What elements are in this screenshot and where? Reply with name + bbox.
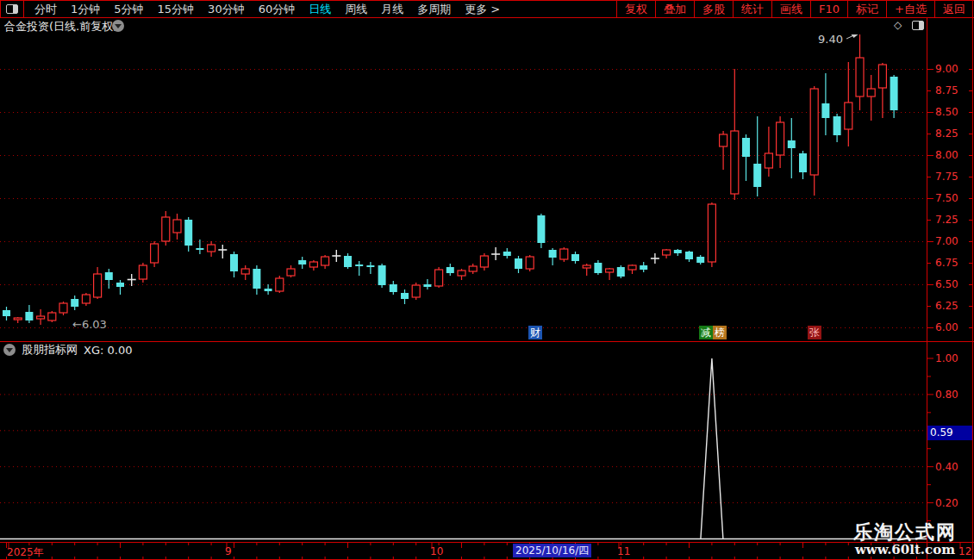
candle-down — [594, 260, 602, 275]
high-annotation-arrowhead — [852, 34, 858, 38]
time-axis-label: 11 — [617, 545, 630, 557]
price-axis-label: 8.75 — [935, 84, 958, 96]
price-axis-label: 6.00 — [935, 321, 958, 333]
candle-up — [856, 34, 864, 110]
candle-down — [537, 214, 545, 248]
period-tab-8[interactable]: 月线 — [374, 1, 410, 17]
indicator-value: XG: 0.00 — [84, 344, 132, 357]
candle-down — [265, 284, 272, 295]
price-axis-label: 7.00 — [935, 235, 958, 247]
event-badge-3[interactable]: 张 — [808, 326, 821, 339]
candle-up — [663, 249, 671, 258]
price-axis-label: 6.25 — [935, 300, 958, 312]
candle-down — [390, 281, 397, 295]
candle-down — [105, 269, 113, 289]
toolbar-button-8[interactable]: 返回 — [934, 1, 973, 17]
price-axis-label: 8.50 — [935, 106, 958, 118]
period-tab-6[interactable]: 日线 — [302, 1, 338, 17]
period-tab-9[interactable]: 多周期 — [410, 1, 458, 17]
candle-up — [412, 283, 420, 300]
event-badge-1[interactable]: 减 — [699, 326, 713, 339]
toolbar-button-1[interactable]: 叠加 — [655, 1, 694, 17]
top-toolbar: 分时1分钟5分钟15分钟30分钟60分钟日线周线月线多周期更多 > 复权叠加多股… — [0, 0, 974, 18]
panel-divider-line — [0, 341, 974, 342]
candle-down — [834, 114, 841, 142]
toolbar-button-0[interactable]: 复权 — [616, 1, 655, 17]
indicator-axis-label: 1.00 — [935, 352, 958, 364]
low-price-annotation: ←6.03 — [72, 318, 107, 331]
watermark-site-url: www.60lt.com — [853, 543, 957, 557]
period-tab-0[interactable]: 分时 — [28, 1, 64, 17]
signal-spike — [701, 358, 723, 539]
period-tab-4[interactable]: 30分钟 — [201, 1, 252, 17]
stock-title: 合金投资(日线.前复权) — [4, 19, 117, 34]
indicator-collapse-icon[interactable] — [3, 344, 16, 356]
candle-up — [469, 264, 477, 274]
period-tab-1[interactable]: 1分钟 — [64, 1, 107, 17]
time-axis-label: 10 — [430, 545, 443, 557]
candle-up — [560, 247, 568, 262]
period-tab-7[interactable]: 周线 — [338, 1, 374, 17]
candle-down — [821, 73, 829, 135]
chart-titlebar: 合金投资(日线.前复权) ◇ — [0, 19, 974, 33]
toolbar-button-6[interactable]: 标记 — [847, 1, 886, 17]
period-toolbar: 分时1分钟5分钟15分钟30分钟60分钟日线周线月线多周期更多 > — [0, 1, 507, 17]
candle-down — [696, 255, 704, 264]
candle-up — [139, 263, 147, 283]
candle-up — [480, 253, 488, 271]
period-tab-5[interactable]: 60分钟 — [252, 1, 303, 17]
layout-toggle-icon[interactable] — [912, 21, 924, 30]
candle-up — [287, 265, 295, 277]
toolbar-button-4[interactable]: 画线 — [771, 1, 810, 17]
period-tab-10[interactable]: 更多 > — [458, 1, 507, 17]
candle-doji — [491, 247, 500, 260]
candle-doji — [332, 250, 340, 262]
diamond-marker-icon[interactable]: ◇ — [894, 19, 902, 31]
toolbar-button-3[interactable]: 统计 — [733, 1, 771, 17]
candle-down — [25, 305, 33, 323]
time-axis-label: 9 — [225, 545, 232, 557]
candle-up — [173, 214, 181, 240]
candle-up — [583, 264, 590, 276]
candle-up — [162, 211, 170, 246]
candle-down — [355, 261, 363, 276]
event-badge-0[interactable]: 财 — [528, 326, 542, 339]
candle-down — [515, 256, 522, 273]
candle-doji — [218, 245, 227, 258]
candle-down — [71, 296, 78, 310]
event-badge-2[interactable]: 榜 — [713, 326, 727, 339]
candle-down — [890, 75, 898, 118]
candle-up — [37, 309, 45, 325]
candle-down — [617, 265, 625, 278]
candle-down — [253, 265, 260, 295]
candle-up — [878, 63, 886, 118]
candle-down — [116, 280, 124, 295]
candle-down — [366, 262, 374, 274]
indicator-axis-label: 0.40 — [935, 461, 958, 473]
candle-up — [867, 75, 875, 121]
candle-up — [276, 276, 284, 293]
candle-doji — [128, 274, 136, 286]
toolbar-button-2[interactable]: 多股 — [694, 1, 733, 17]
price-axis-label: 6.75 — [935, 257, 958, 269]
title-chevron-down-icon[interactable] — [112, 20, 124, 32]
toolbar-button-7[interactable]: +自选 — [886, 1, 934, 17]
candle-up — [777, 116, 784, 168]
candle-up — [720, 131, 727, 170]
split-window-icon[interactable] — [6, 4, 18, 14]
candle-up — [309, 260, 317, 271]
toolbar-button-5[interactable]: F10 — [810, 1, 847, 17]
toolbar-separator — [23, 1, 24, 17]
period-tab-3[interactable]: 15分钟 — [151, 1, 202, 17]
candle-down — [378, 264, 386, 288]
candle-doji — [651, 253, 659, 264]
indicator-axis-label: 0.80 — [935, 389, 958, 401]
candle-down — [184, 217, 192, 252]
trading-app-window: 分时1分钟5分钟15分钟30分钟60分钟日线周线月线多周期更多 > 复权叠加多股… — [0, 0, 974, 560]
price-axis-label: 8.00 — [935, 149, 958, 161]
price-axis-label: 7.25 — [935, 214, 958, 226]
period-tab-2[interactable]: 5分钟 — [107, 1, 150, 17]
time-axis-label: 2025年 — [7, 545, 44, 560]
candle-up — [14, 317, 22, 323]
candle-up — [810, 86, 818, 196]
